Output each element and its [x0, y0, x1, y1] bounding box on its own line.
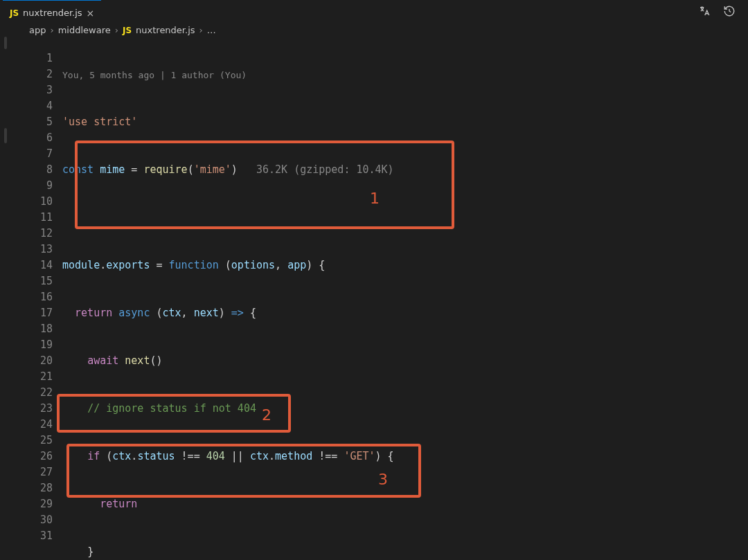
js-file-icon: JS [123, 26, 132, 35]
breadcrumb[interactable]: app › middleware › JS nuxtrender.js › … [0, 25, 748, 35]
breadcrumb-seg-app[interactable]: app [29, 25, 46, 35]
code-content[interactable]: You, 5 months ago | 1 author (You) 'use … [62, 35, 748, 560]
breadcrumb-rest[interactable]: … [207, 25, 216, 35]
annotation-number-2: 2 [262, 407, 271, 423]
line-number-gutter: 1234567891011121314151617181920212223242… [21, 35, 62, 560]
translate-icon[interactable] [698, 5, 711, 20]
js-file-icon: JS [10, 8, 19, 18]
scroll-marker [4, 37, 7, 49]
editor[interactable]: 1234567891011121314151617181920212223242… [0, 35, 748, 560]
tab-nuxtrender[interactable]: JS nuxtrender.js × [3, 0, 101, 25]
annotation-number-3: 3 [378, 471, 388, 487]
scroll-marker [4, 128, 7, 143]
breadcrumb-seg-middleware[interactable]: middleware [58, 25, 111, 35]
history-icon[interactable] [723, 5, 736, 20]
gutter-strip [0, 35, 21, 560]
chevron-right-icon: › [199, 25, 203, 35]
tab-bar: JS nuxtrender.js × [0, 0, 748, 25]
import-size-hint: 36.2K (gzipped: 10.4K) [256, 163, 394, 176]
tab-filename: nuxtrender.js [23, 8, 82, 18]
chevron-right-icon: › [115, 25, 118, 35]
breadcrumb-seg-file[interactable]: nuxtrender.js [136, 25, 195, 35]
chevron-right-icon: › [50, 25, 53, 35]
close-icon[interactable]: × [87, 8, 95, 19]
codelens-author[interactable]: You, 5 months ago | 1 author (You) [62, 67, 748, 82]
annotation-number-1: 1 [370, 190, 380, 206]
